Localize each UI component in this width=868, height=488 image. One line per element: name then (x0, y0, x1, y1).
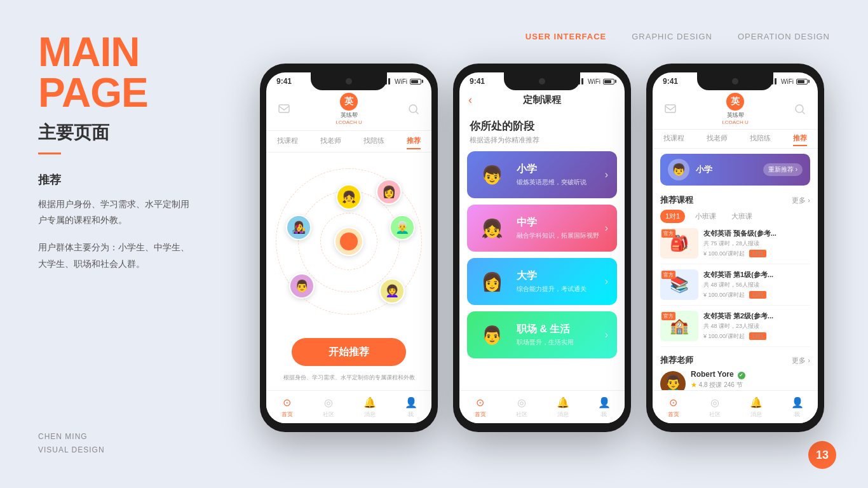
stage-card-primary[interactable]: 👦 小学 锻炼英语思维，突破听说 › (467, 151, 617, 198)
p1-tab-3[interactable]: 推荐 (407, 136, 421, 149)
avatar-6: 👩‍🦱 (379, 278, 405, 304)
stage-name-1: 中学 (517, 216, 605, 229)
p1-footer-text: 根据身份、学习需求、水平定制你的专属课程和外教 (266, 374, 431, 387)
p3-tab-2[interactable]: 找陪练 (750, 133, 771, 146)
p1-btab-community[interactable]: ◎ 社区 (322, 395, 336, 419)
p1-btab-mine[interactable]: 👤 我 (404, 395, 418, 419)
phones-showcase: 9:41 WiFi (229, 64, 855, 450)
search-icon-1[interactable] (405, 100, 423, 118)
rec-teacher-title: 推荐老师 (660, 355, 693, 366)
section-label: 推荐 (38, 172, 197, 187)
nav-operation-design[interactable]: OPERATION DESIGN (738, 32, 830, 41)
desc1: 根据用户身份、学习需求、水平定制用户专属的课程和外教。 (38, 196, 197, 228)
p3-btab-message[interactable]: 🔔 消息 (749, 395, 763, 419)
official-badge-0: 官方 (661, 229, 675, 238)
p3-btab-community[interactable]: ◎ 社区 (708, 395, 722, 419)
course-tabs: 1对1 小班课 大班课 (660, 210, 810, 223)
p2-btab-community[interactable]: ◎ 社区 (515, 395, 529, 419)
p3-tab-3[interactable]: 推荐 (793, 133, 807, 146)
notch-2 (504, 72, 580, 90)
course-tab-2[interactable]: 大班课 (726, 210, 757, 223)
p2-message-icon: 🔔 (556, 395, 570, 409)
official-badge-2: 官方 (661, 312, 675, 320)
course-tab-0[interactable]: 1对1 (660, 210, 685, 223)
bubble-center (340, 233, 358, 250)
stage-desc-2: 综合能力提升，考试通关 (517, 285, 605, 294)
phone-3: 9:41 WiFi (646, 64, 824, 432)
course-item-1[interactable]: 官方 📚 友邻英语 第1级(参考... 共 48 课时，56人报读 ¥ 100.… (660, 269, 810, 306)
p2-header: ‹ 定制课程 (459, 90, 625, 110)
stage-intro-sub: 根据选择为你精准推荐 (470, 135, 614, 145)
phone-2-screen: 9:41 WiFi ‹ 定制课程 你所处的阶段 根 (459, 72, 625, 423)
p1-tab-1[interactable]: 找老师 (320, 136, 341, 149)
stage-card-green[interactable]: 👩 大学 综合能力提升，考试通关 › (467, 258, 617, 305)
course-name-1: 友邻英语 第1级(参考... (703, 270, 810, 279)
nav-graphic-design[interactable]: GRAPHIC DESIGN (632, 32, 712, 41)
course-info-0: 友邻英语 预备级(参考... 共 75 课时，28人报读 ¥ 100.00/课时… (703, 229, 810, 257)
p3-bottom-tabs: ⊙ 首页 ◎ 社区 🔔 消息 👤 我 (653, 390, 818, 423)
p1-bottom-tabs: ⊙ 首页 ◎ 社区 🔔 消息 👤 我 (266, 390, 431, 423)
reset-recommend-button[interactable]: 重新推荐 › (763, 163, 803, 176)
stage-card-yellow[interactable]: 👨 职场 & 生活 职场晋升，生活实用 › (467, 311, 617, 358)
p1-header: 英 英练帮 I.COACH U (266, 90, 431, 131)
sub-title-cn: 主要页面 (38, 121, 197, 145)
user-avatar-level: 👦 (668, 159, 689, 180)
p2-community-icon: ◎ (515, 395, 529, 409)
stage-name-3: 职场 & 生活 (517, 323, 605, 336)
logo-icon-3: 英 (726, 93, 744, 111)
svg-rect-0 (279, 105, 289, 112)
logo-text-3: 英练帮 (727, 111, 744, 119)
logo-sub-1: I.COACH U (336, 119, 362, 125)
course-meta-0: 共 75 课时，28人报读 (703, 240, 810, 248)
svg-point-3 (796, 105, 803, 112)
course-item-0[interactable]: 官方 🎒 友邻英语 预备级(参考... 共 75 课时，28人报读 ¥ 100.… (660, 228, 810, 264)
p3-search-icon[interactable] (791, 100, 809, 118)
course-item-2[interactable]: 官方 🏫 友邻英语 第2级(参考... 共 48 课时，23人报读 ¥ 100.… (660, 311, 810, 347)
message-icon[interactable] (275, 100, 293, 118)
course-price-0: ¥ 100.00/课时起 1对1 (703, 249, 810, 258)
nav-user-interface[interactable]: USER INTERFACE (526, 32, 606, 41)
time-2: 9:41 (470, 77, 485, 86)
stage-card-pink[interactable]: 👧 中学 融合学科知识，拓展国际视野 › (467, 205, 617, 252)
p2-btab-message[interactable]: 🔔 消息 (556, 395, 570, 419)
course-tab-1[interactable]: 小班课 (690, 210, 721, 223)
p3-btab-mine[interactable]: 👤 我 (790, 395, 804, 419)
time-3: 9:41 (663, 77, 678, 86)
p3-tab-0[interactable]: 找课程 (663, 133, 684, 146)
teachers-more-link[interactable]: 更多 › (792, 356, 810, 365)
stage-card-text-1: 中学 融合学科知识，拓展国际视野 (517, 216, 605, 240)
p2-btab-home[interactable]: ⊙ 首页 (473, 395, 487, 419)
p3-btab-home[interactable]: ⊙ 首页 (667, 395, 681, 419)
p3-tab-1[interactable]: 找老师 (707, 133, 728, 146)
p1-btab-label-0: 首页 (281, 410, 293, 419)
official-badge-1: 官方 (661, 271, 675, 279)
course-thumb-1: 官方 📚 (660, 269, 698, 300)
p3-message-icon[interactable] (661, 100, 679, 118)
logo-text-1: 英练帮 (341, 111, 358, 119)
rec-courses-header: 推荐课程 更多 › (660, 194, 810, 206)
rec-courses-title: 推荐课程 (660, 194, 693, 206)
stage-card-text-0: 小学 锻炼英语思维，突破听说 (517, 163, 605, 187)
stage-intro: 你所处的阶段 根据选择为你精准推荐 (459, 110, 625, 151)
stage-desc-1: 融合学科知识，拓展国际视野 (517, 231, 605, 240)
courses-more-link[interactable]: 更多 › (792, 196, 810, 205)
author-line2: VISUAL DESIGN (38, 444, 105, 456)
back-button[interactable]: ‹ (468, 93, 472, 107)
p1-btab-home[interactable]: ⊙ 首页 (280, 395, 294, 419)
author-info: CHEN MING VISUAL DESIGN (38, 430, 105, 456)
p1-tab-2[interactable]: 找陪练 (363, 136, 384, 149)
p2-title: 定制课程 (523, 94, 561, 106)
author-line1: CHEN MING (38, 430, 105, 443)
start-recommend-button[interactable]: 开始推荐 (292, 338, 406, 366)
mine-icon: 👤 (404, 395, 418, 409)
user-level-bar: 👦 小学 重新推荐 › (660, 154, 810, 186)
p1-btab-label-1: 社区 (323, 410, 334, 419)
p1-tab-0[interactable]: 找课程 (277, 136, 298, 149)
recommend-courses: 推荐课程 更多 › 1对1 小班课 大班课 官方 🎒 友邻英语 预备级(参考..… (653, 191, 818, 347)
tag-1on1-2: 1对1 (749, 332, 766, 340)
p3-home-icon: ⊙ (667, 395, 681, 409)
course-thumb-2: 官方 🏫 (660, 311, 698, 341)
p2-btab-mine[interactable]: 👤 我 (597, 395, 611, 419)
stage-card-avatar-2: 👩 (476, 266, 508, 297)
p1-btab-message[interactable]: 🔔 消息 (363, 395, 377, 419)
